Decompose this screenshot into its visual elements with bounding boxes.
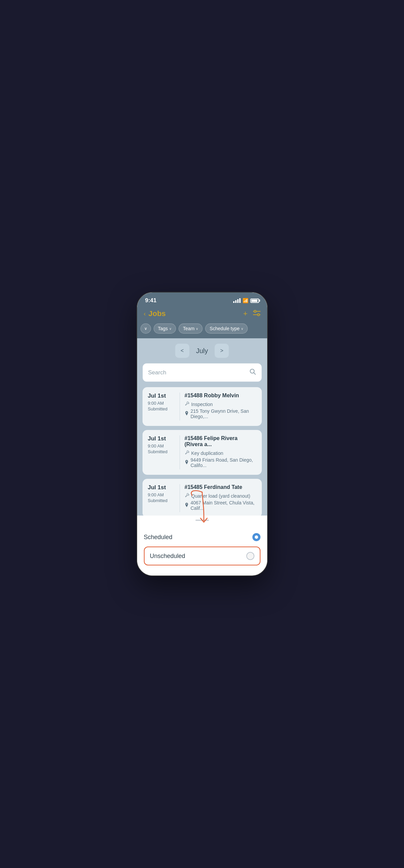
tags-label: Tags bbox=[158, 326, 168, 331]
back-icon[interactable]: ‹ bbox=[144, 310, 146, 317]
unscheduled-radio[interactable] bbox=[246, 552, 254, 560]
job-service-row-2: Key duplication bbox=[185, 450, 256, 456]
job-service-1: Inspection bbox=[191, 402, 213, 407]
team-label: Team bbox=[183, 326, 194, 331]
header: ‹ Jobs + bbox=[137, 307, 267, 323]
chevron-down-icon: ∨ bbox=[144, 326, 147, 331]
team-chevron-icon: ∨ bbox=[196, 327, 198, 331]
job-status-1: Submitted bbox=[148, 406, 175, 411]
signal-icon bbox=[233, 298, 241, 303]
search-icon bbox=[249, 368, 256, 377]
job-date-main-3: Jul 1st bbox=[148, 484, 175, 491]
radio-selected-inner bbox=[255, 535, 258, 539]
unscheduled-option[interactable]: Unscheduled bbox=[144, 547, 260, 565]
job-list: Jul 1st 9:00 AM Submitted #15488 Robby M… bbox=[137, 387, 267, 516]
job-card-3[interactable]: Jul 1st 9:00 AM Submitted #15485 Ferdina… bbox=[143, 479, 262, 516]
job-title-1: #15488 Robby Melvin bbox=[185, 393, 256, 399]
job-date-1: Jul 1st 9:00 AM Submitted bbox=[148, 393, 175, 421]
header-left: ‹ Jobs bbox=[144, 309, 166, 318]
status-bar: 9:41 📶 bbox=[137, 292, 267, 307]
header-right: + bbox=[243, 309, 260, 318]
pin-icon-2 bbox=[185, 460, 189, 466]
job-divider-1 bbox=[180, 393, 180, 421]
filter-bar: ∨ Tags ∨ Team ∨ Schedule type ∨ bbox=[137, 323, 267, 338]
next-month-button[interactable]: > bbox=[215, 344, 229, 358]
job-card-2[interactable]: Jul 1st 9:00 AM Submitted #15486 Felipe … bbox=[143, 430, 262, 475]
job-date-main-2: Jul 1st bbox=[148, 435, 175, 442]
job-time-2: 9:00 AM bbox=[148, 443, 175, 448]
job-status-3: Submitted bbox=[148, 498, 175, 503]
job-service-3: Quarter load (yard cleanout) bbox=[191, 493, 250, 499]
job-details-2: #15486 Felipe Rivera (Rivera a... Key du… bbox=[185, 435, 256, 469]
job-address-row-3: 4067 Main Street, Chula Vista, Calif... bbox=[185, 500, 256, 511]
schedule-type-chevron-icon: ∨ bbox=[241, 327, 243, 331]
job-address-2: 9449 Friars Road, San Diego, Califo... bbox=[191, 457, 256, 468]
main-content: < July > Search bbox=[137, 338, 267, 516]
filter-schedule-type[interactable]: Schedule type ∨ bbox=[205, 323, 248, 334]
job-time-1: 9:00 AM bbox=[148, 401, 175, 406]
svg-point-2 bbox=[254, 310, 256, 312]
schedule-type-label: Schedule type bbox=[210, 326, 240, 331]
battery-icon bbox=[250, 299, 259, 303]
wrench-icon-2 bbox=[185, 450, 189, 456]
filter-dropdown-all[interactable]: ∨ bbox=[141, 323, 151, 334]
job-service-row-1: Inspection bbox=[185, 401, 256, 407]
job-date-2: Jul 1st 9:00 AM Submitted bbox=[148, 435, 175, 469]
pin-icon-1 bbox=[185, 411, 189, 417]
pin-icon-3 bbox=[185, 503, 189, 508]
job-divider-2 bbox=[180, 435, 180, 469]
job-status-2: Submitted bbox=[148, 449, 175, 454]
month-nav: < July > bbox=[137, 338, 267, 363]
add-button[interactable]: + bbox=[243, 309, 248, 318]
next-month-icon: > bbox=[220, 348, 223, 354]
search-bar[interactable]: Search bbox=[143, 363, 262, 382]
month-label: July bbox=[196, 347, 208, 355]
status-icons: 📶 bbox=[233, 298, 259, 303]
wifi-icon: 📶 bbox=[243, 298, 248, 303]
scheduled-label: Scheduled bbox=[144, 534, 173, 541]
job-time-3: 9:00 AM bbox=[148, 492, 175, 497]
prev-month-icon: < bbox=[181, 348, 184, 354]
job-title-2: #15486 Felipe Rivera (Rivera a... bbox=[185, 435, 256, 447]
scheduled-option[interactable]: Scheduled bbox=[144, 528, 260, 547]
job-details-1: #15488 Robby Melvin Inspection bbox=[185, 393, 256, 421]
scheduled-radio[interactable] bbox=[252, 533, 260, 541]
wrench-icon-1 bbox=[185, 401, 189, 407]
sheet-handle bbox=[195, 520, 209, 521]
bottom-sheet: Scheduled Unscheduled bbox=[137, 516, 267, 576]
job-title-3: #15485 Ferdinand Tate bbox=[185, 484, 256, 490]
search-placeholder: Search bbox=[148, 369, 166, 376]
status-time: 9:41 bbox=[145, 297, 157, 304]
job-details-3: #15485 Ferdinand Tate Quarter load (yard… bbox=[185, 484, 256, 512]
job-service-2: Key duplication bbox=[191, 451, 223, 456]
prev-month-button[interactable]: < bbox=[175, 344, 189, 358]
job-address-row-1: 215 Tony Gwynn Drive, San Diego,... bbox=[185, 408, 256, 419]
job-address-row-2: 9449 Friars Road, San Diego, Califo... bbox=[185, 457, 256, 468]
job-date-3: Jul 1st 9:00 AM Submitted bbox=[148, 484, 175, 512]
job-date-main-1: Jul 1st bbox=[148, 393, 175, 399]
unscheduled-label: Unscheduled bbox=[150, 553, 185, 560]
filter-tags[interactable]: Tags ∨ bbox=[154, 323, 176, 334]
svg-point-3 bbox=[257, 314, 259, 316]
filter-button[interactable] bbox=[253, 309, 260, 318]
job-divider-3 bbox=[180, 484, 180, 512]
tags-chevron-icon: ∨ bbox=[169, 327, 172, 331]
job-address-3: 4067 Main Street, Chula Vista, Calif... bbox=[191, 500, 256, 511]
job-address-1: 215 Tony Gwynn Drive, San Diego,... bbox=[191, 408, 256, 419]
job-service-row-3: Quarter load (yard cleanout) bbox=[185, 493, 256, 499]
svg-line-5 bbox=[254, 373, 255, 374]
filter-team[interactable]: Team ∨ bbox=[179, 323, 203, 334]
wrench-icon-3 bbox=[185, 493, 189, 499]
page-title[interactable]: Jobs bbox=[149, 309, 166, 318]
job-card-1[interactable]: Jul 1st 9:00 AM Submitted #15488 Robby M… bbox=[143, 387, 262, 426]
